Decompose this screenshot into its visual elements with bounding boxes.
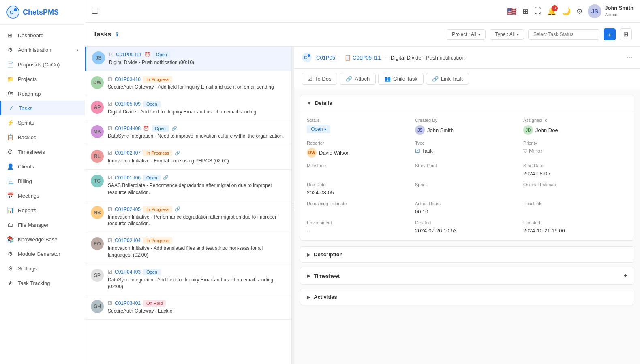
sidebar-item-administration[interactable]: ⚙ Administration › (0, 43, 85, 57)
sidebar-item-label: Meetings (18, 193, 78, 199)
task-list-item[interactable]: RL ☑ C01P02-I07 In Progress 🔗 Innovation… (85, 145, 291, 170)
sidebar-item-billing[interactable]: 📃 Billing (0, 174, 85, 188)
sidebar-item-task-tracking[interactable]: ★ Task Tracking (0, 276, 85, 290)
hamburger-icon[interactable]: ☰ (92, 7, 98, 16)
remaining-estimate-field: Remaining Estimate (307, 201, 411, 215)
description-header[interactable]: ▶ Description (300, 247, 634, 262)
sidebar-item-backlog[interactable]: 📋 Backlog (0, 130, 85, 145)
child-task-icon: 👥 (384, 76, 391, 82)
billing-icon: 📃 (6, 177, 14, 185)
task-list-item[interactable]: SP ☑ C01P04-I03 Open DataSync Integratio… (85, 264, 291, 296)
type-filter-btn[interactable]: Type : All ▾ (490, 29, 524, 40)
sidebar-item-module-generator[interactable]: ⚙ Module Generator (0, 247, 85, 261)
user-profile[interactable]: JS John Smith Admin (588, 4, 634, 18)
child-task-button[interactable]: 👥 Child Task (378, 73, 424, 85)
more-options-icon[interactable]: ··· (627, 53, 633, 62)
detail-task-id[interactable]: 📋 C01P05-I11 (345, 55, 381, 61)
sidebar-item-dashboard[interactable]: ⊞ Dashboard (0, 28, 85, 43)
sidebar-item-roadmap[interactable]: 🗺 Roadmap (0, 86, 85, 101)
apps-grid-icon[interactable]: ⊞ (522, 7, 529, 16)
fullscreen-icon[interactable]: ⛶ (534, 7, 542, 15)
assigned-to-avatar: JD (523, 125, 533, 135)
task-item-content: ☑ C01P02-I04 In Progress Innovation Init… (108, 237, 286, 259)
add-timesheet-icon[interactable]: + (624, 272, 627, 279)
task-item-content: ☑ C01P02-I07 In Progress 🔗 Innovation In… (108, 150, 286, 164)
details-section-header[interactable]: ▼ Details (300, 95, 634, 111)
sidebar-item-label: Tasks (19, 105, 78, 111)
task-item-id: C01P02-I05 (115, 206, 141, 212)
details-section-title: Details (315, 100, 332, 106)
task-list-item[interactable]: DW ☑ C01P03-I10 In Progress SecureAuth G… (85, 71, 291, 96)
task-list-item[interactable]: EO ☑ C01P02-I04 In Progress Innovation I… (85, 232, 291, 264)
epic-link-field: Epic Link (523, 201, 627, 215)
task-list-item[interactable]: TC ☑ C01P01-I06 Open 🔗 SAAS Boilerplate … (85, 170, 291, 201)
sidebar-item-projects[interactable]: 📁 Projects (0, 72, 85, 86)
task-item-header: ☑ C01P02-I04 In Progress (108, 237, 286, 244)
task-list-item[interactable]: GH ☑ C01P03-I02 On Hold SecureAuth Gatew… (85, 295, 291, 320)
milestone-field: Milestone (307, 163, 411, 177)
add-task-button[interactable]: + (604, 28, 616, 40)
sidebar-item-label: Clients (18, 164, 78, 170)
status-badge[interactable]: Open ▾ (307, 125, 330, 133)
user-role: Admin (605, 12, 634, 17)
status-filter-input[interactable] (528, 29, 599, 40)
task-item-title: SecureAuth Gateway - Add field for Inqui… (108, 84, 286, 91)
sidebar-item-sprints[interactable]: ⚡ Sprints (0, 115, 85, 130)
sidebar-item-file-manager[interactable]: 🗂 File Manager (0, 217, 85, 232)
activities-header[interactable]: ▶ Activities (300, 289, 634, 305)
task-item-id: C01P03-I10 (115, 77, 141, 82)
sidebar-item-label: Billing (18, 178, 78, 184)
backlog-icon: 📋 (6, 134, 14, 141)
meetings-icon: 📅 (6, 192, 14, 199)
link-icon: 🔗 (175, 206, 180, 212)
alert-icon: ⏰ (144, 52, 150, 57)
sidebar-item-settings[interactable]: ⚙ Settings (0, 261, 85, 276)
created-by-avatar: JS (415, 125, 425, 135)
sidebar-item-knowledge-base[interactable]: 📚 Knowledge Base (0, 232, 85, 247)
sidebar-item-tasks[interactable]: ✓ Tasks (0, 101, 85, 115)
task-list-item[interactable]: MK ☑ C01P04-I08 ⏰ Open 🔗 DataSync Integr… (85, 120, 291, 145)
task-item-header: ☑ C01P05-I11 ⏰ Open (109, 51, 286, 58)
grid-view-button[interactable]: ⊞ (620, 28, 632, 40)
task-detail-header: C C01P05 | 📋 C01P05-I11 - Digital Divide… (294, 47, 640, 69)
language-flag-icon[interactable]: 🇺🇸 (507, 6, 517, 16)
link-icon: 🔗 (432, 76, 439, 82)
task-type-icon: ☑ (108, 238, 112, 243)
projects-icon: 📁 (6, 75, 14, 83)
task-avatar: DW (91, 76, 104, 89)
todos-button[interactable]: ☑ To Dos (302, 73, 337, 85)
sidebar-item-label: Administration (18, 47, 73, 53)
task-avatar: AP (91, 101, 104, 114)
environment-field: Environment - (307, 220, 411, 234)
task-list-item[interactable]: NB ☑ C01P02-I05 In Progress 🔗 Innovation… (85, 201, 291, 233)
task-item-header: ☑ C01P01-I06 Open 🔗 (108, 175, 286, 181)
task-detail-panel: C C01P05 | 📋 C01P05-I11 - Digital Divide… (294, 47, 640, 364)
timesheet-header[interactable]: ▶ Timesheet + (300, 267, 634, 284)
dark-mode-icon[interactable]: 🌙 (562, 7, 571, 16)
logo-icon: C (6, 6, 19, 19)
created-field: Created 2024-07-26 10:53 (415, 220, 519, 234)
svg-point-2 (14, 8, 17, 11)
task-list-item[interactable]: JS ☑ C01P05-I11 ⏰ Open Digital Divide - … (85, 47, 291, 71)
task-type-icon: ☑ (108, 269, 112, 275)
sidebar-item-proposals[interactable]: 📄 Proposals (CoCo) (0, 57, 85, 72)
notification-icon[interactable]: 🔔 0 (547, 7, 556, 16)
sidebar-item-timesheets[interactable]: ⏱ Timesheets (0, 145, 85, 159)
settings-gear-icon[interactable]: ⚙ (576, 7, 583, 16)
sidebar-item-meetings[interactable]: 📅 Meetings (0, 188, 85, 203)
user-name: John Smith (605, 5, 634, 12)
task-item-id: C01P03-I02 (115, 300, 141, 306)
info-icon[interactable]: ℹ (116, 31, 118, 38)
logo[interactable]: C ChetsPMS (0, 0, 85, 25)
link-task-button[interactable]: 🔗 Link Task (426, 73, 469, 85)
task-item-id: C01P04-I03 (115, 269, 141, 275)
sidebar-item-reports[interactable]: 📊 Reports (0, 203, 85, 217)
attach-button[interactable]: 🔗 Attach (340, 73, 376, 85)
updated-field: Updated 2024-10-21 19:00 (523, 220, 627, 234)
task-list-item[interactable]: AP ☑ C01P05-I09 Open Digital Divide - Ad… (85, 96, 291, 121)
app-name: ChetsPMS (23, 8, 59, 17)
sidebar-item-clients[interactable]: 👤 Clients (0, 159, 85, 174)
task-item-header: ☑ C01P04-I03 Open (108, 269, 286, 275)
original-estimate-field: Original Estimate (523, 182, 627, 196)
project-filter-btn[interactable]: Project : All ▾ (447, 29, 486, 40)
